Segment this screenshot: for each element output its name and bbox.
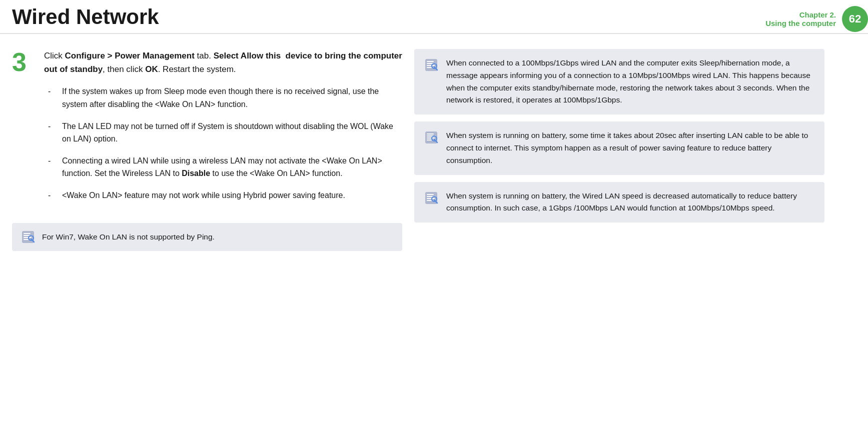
page-header: Wired Network Chapter 2. Using the compu…: [0, 0, 868, 34]
bullet-text-1: If the system wakes up from Sleep mode e…: [62, 85, 402, 110]
bullet-text-4: <Wake On LAN> feature may not work while…: [62, 189, 345, 202]
svg-rect-4: [24, 239, 29, 240]
svg-rect-22: [427, 200, 432, 201]
svg-rect-3: [24, 237, 32, 238]
info-box-1: When connected to a 100Mbps/1Gbps wired …: [414, 49, 824, 114]
chapter-info: Chapter 2. Using the computer: [765, 10, 842, 28]
bullet-item-4: - <Wake On LAN> feature may not work whi…: [48, 189, 402, 202]
step-ok: OK: [145, 64, 158, 74]
info-icon-1: [423, 57, 439, 73]
svg-rect-21: [427, 198, 435, 199]
step-end: , then click: [103, 64, 145, 74]
left-column: 3 Click Configure > Power Management tab…: [12, 49, 402, 251]
svg-rect-15: [427, 138, 435, 138]
note-icon: [20, 229, 36, 245]
dash-4: -: [48, 189, 56, 202]
bullet-item-2: - The LAN LED may not be turned off if S…: [48, 120, 402, 146]
step-intro: Click: [44, 51, 65, 60]
info-box-2: When system is running on battery, some …: [414, 122, 824, 174]
svg-rect-1: [24, 233, 31, 234]
bottom-note-text: For Win7, Wake On LAN is not supported b…: [42, 231, 215, 242]
step-bold1: Configure > Power Management: [65, 51, 195, 60]
step-number: 3: [12, 49, 36, 211]
svg-rect-16: [427, 140, 432, 140]
right-column: When connected to a 100Mbps/1Gbps wired …: [414, 49, 824, 251]
info-icon-2: [423, 130, 439, 146]
info-box-3: When system is running on battery, the W…: [414, 182, 824, 223]
chapter-sub: Using the computer: [765, 19, 836, 28]
page-badge: 62: [842, 6, 868, 32]
bullet-item-3: - Connecting a wired LAN while using a w…: [48, 154, 402, 180]
dash-2: -: [48, 120, 56, 146]
chapter-section: Chapter 2. Using the computer 62: [765, 6, 868, 32]
step-description: Click Configure > Power Management tab. …: [44, 49, 402, 211]
bullet-list: - If the system wakes up from Sleep mode…: [48, 85, 402, 202]
bullet-text-3: Connecting a wired LAN while using a wir…: [62, 154, 402, 180]
info-text-1: When connected to a 100Mbps/1Gbps wired …: [446, 57, 815, 106]
svg-rect-7: [427, 61, 434, 62]
info-text-3: When system is running on battery, the W…: [446, 190, 815, 215]
dash-1: -: [48, 85, 56, 110]
page-title: Wired Network: [0, 5, 159, 33]
bottom-note-box: For Win7, Wake On LAN is not supported b…: [12, 223, 402, 251]
step-3-block: 3 Click Configure > Power Management tab…: [12, 49, 402, 211]
svg-rect-19: [427, 194, 434, 195]
step-mid: tab.: [195, 51, 214, 60]
step-final: . Restart the system.: [158, 64, 236, 74]
main-content: 3 Click Configure > Power Management tab…: [0, 34, 868, 261]
dash-3: -: [48, 154, 56, 180]
svg-rect-13: [427, 134, 434, 134]
chapter-label: Chapter 2.: [765, 10, 836, 19]
svg-rect-10: [427, 67, 432, 68]
bullet-item-1: - If the system wakes up from Sleep mode…: [48, 85, 402, 110]
svg-rect-9: [427, 65, 435, 66]
bullet-text-2: The LAN LED may not be turned off if Sys…: [62, 120, 402, 146]
info-icon-3: [423, 190, 439, 206]
info-text-2: When system is running on battery, some …: [446, 130, 815, 166]
